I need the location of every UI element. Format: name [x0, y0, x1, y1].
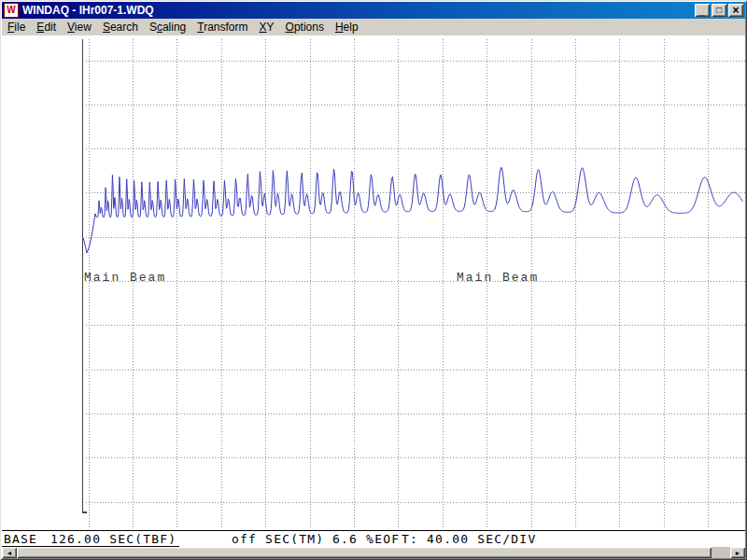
windaq-window: W WINDAQ - lHr007-1.WDQ _ □ × FileEditVi… — [0, 0, 747, 560]
maximize-icon: □ — [716, 6, 722, 15]
window-title: WINDAQ - lHr007-1.WDQ — [19, 4, 693, 17]
scrollbar-thumb[interactable] — [17, 547, 712, 558]
scroll-left-arrow-icon: ◄ — [7, 550, 13, 556]
scroll-left-button[interactable]: ◄ — [2, 547, 17, 558]
scroll-right-button[interactable]: ► — [730, 547, 745, 558]
menu-item-transform[interactable]: Transform — [191, 20, 253, 35]
time-per-div-readout: T: 40.00 SEC/DIV — [402, 532, 536, 546]
maximize-button[interactable]: □ — [712, 4, 726, 17]
menu-item-xy[interactable]: XY — [254, 20, 280, 35]
annotation-main-beam-2: Main Beam — [457, 271, 539, 285]
percent-eof-readout: 6.6 %EOF — [332, 532, 400, 546]
waveform-plot-area[interactable]: Main Beam Main Beam — [2, 35, 745, 531]
annotation-main-beam-1: Main Beam — [84, 271, 166, 285]
close-button[interactable]: × — [728, 4, 743, 17]
menu-item-edit[interactable]: Edit — [31, 20, 62, 35]
menu-item-scaling[interactable]: Scaling — [144, 20, 191, 35]
close-icon: × — [732, 6, 739, 16]
menu-item-view[interactable]: View — [62, 20, 97, 35]
menu-item-file[interactable]: File — [2, 20, 31, 35]
minimize-icon: _ — [699, 9, 704, 17]
time-from-base-readout: 126.00 SEC(TBF) — [50, 532, 176, 546]
status-bar: BASE 126.00 SEC(TBF) off SEC(TM) 6.6 %EO… — [2, 530, 745, 547]
base-marker-label: BASE — [4, 532, 37, 546]
scroll-right-arrow-icon: ► — [735, 550, 741, 556]
title-bar[interactable]: W WINDAQ - lHr007-1.WDQ _ □ × — [2, 2, 745, 19]
minimize-button[interactable]: _ — [695, 4, 710, 17]
menu-bar: FileEditViewSearchScalingTransformXYOpti… — [2, 19, 745, 35]
menu-item-help[interactable]: Help — [330, 20, 364, 35]
menu-item-search[interactable]: Search — [97, 20, 144, 35]
time-marker-readout: off SEC(TM) — [232, 532, 324, 546]
waveform-trace — [82, 168, 742, 253]
menu-item-options[interactable]: Options — [280, 20, 330, 35]
windaq-logo-icon[interactable]: W — [4, 3, 19, 18]
horizontal-scrollbar[interactable]: ◄ ► — [2, 547, 745, 558]
